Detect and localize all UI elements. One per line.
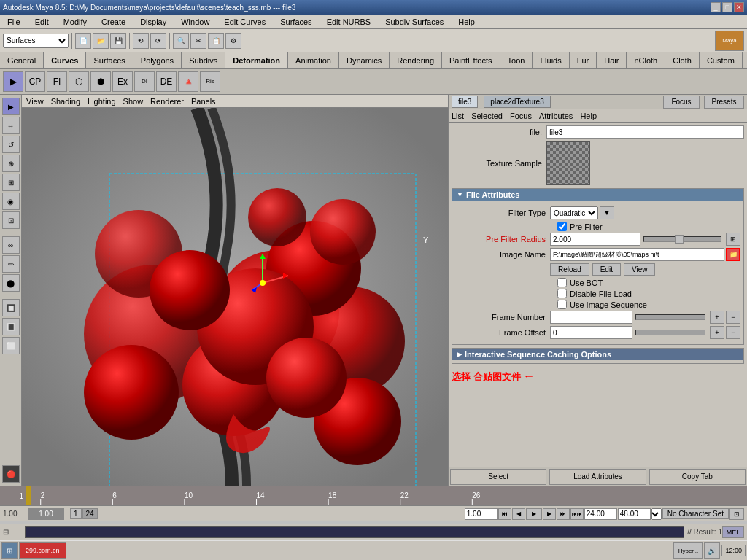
tool-scale[interactable]: ⊕ [2,155,20,172]
disable-file-load-checkbox[interactable] [557,289,567,298]
tab-polygons[interactable]: Polygons [133,52,182,68]
focus-button[interactable]: Focus [663,96,700,109]
frame-offset-input[interactable] [550,326,632,339]
pre-filter-radius-input[interactable] [550,233,640,246]
tab-cloth[interactable]: Cloth [665,52,700,68]
fn-slider-track[interactable] [635,314,706,320]
toolbar-btn-8[interactable]: 📋 [208,33,224,49]
tool-extrude[interactable]: Ex [112,71,133,92]
frame-offset-slider[interactable] [632,330,709,335]
tab-custom[interactable]: Custom [700,52,743,68]
tool-snap2[interactable]: 🔳 [2,318,20,335]
mode-select[interactable]: Surfaces [3,34,69,48]
frame-number-input[interactable] [550,311,632,324]
frame-offset-add-btn[interactable]: + [710,326,724,339]
auto-keyframe-btn[interactable]: ⊡ [729,508,744,520]
tab-surfaces[interactable]: Surfaces [86,52,133,68]
node-tab-place2d[interactable]: place2dTexture3 [484,96,550,108]
scene-area[interactable]: X Y Z [22,108,448,486]
tab-general[interactable]: General [0,52,44,68]
vp-menu-lighting[interactable]: Lighting [88,97,116,106]
tab-hair[interactable]: Hair [597,52,627,68]
ae-menu-list[interactable]: List [452,112,464,120]
tool-ris[interactable]: Ris [200,71,220,92]
menu-edit-nurbs[interactable]: Edit NURBS [322,16,376,28]
tool-4[interactable]: ⬢ [90,71,111,92]
tool-de[interactable]: DE [156,71,177,92]
tool-paint[interactable]: ✏ [2,255,20,273]
tool-fi[interactable]: FI [47,71,67,92]
vp-menu-show[interactable]: Show [123,97,144,106]
vp-menu-renderer[interactable]: Renderer [150,97,184,106]
view-button[interactable]: View [624,263,656,276]
tool-5[interactable]: 🔺 [178,71,198,92]
playback-prev-frame[interactable]: ◀ [512,508,525,520]
tool-cp[interactable]: CP [25,71,45,92]
command-input[interactable] [25,526,684,538]
pre-filter-radius-btn[interactable]: ⊞ [726,233,740,246]
tool-select[interactable]: ▶ [3,71,23,92]
playback-speed-select[interactable]: ▼ [651,508,662,520]
playback-go-end2[interactable]: ⏭⏭ [570,508,584,520]
menu-display[interactable]: Display [136,16,171,28]
end-time-field2[interactable]: 48.00 [618,508,651,520]
tab-subdivs[interactable]: Subdivs [182,52,225,68]
playback-controls[interactable]: 1.00 ⏮ ◀ ▶ ▶ ⏭ ⏭⏭ 24.00 48.00 ▼ No Chara… [465,508,744,520]
filter-type-select[interactable]: Quadratic [550,206,598,219]
frame-number-slider[interactable] [632,314,709,320]
file-attributes-header[interactable]: ▼ File Attributes [452,189,743,201]
frame-offset-sub-btn[interactable]: − [726,326,740,339]
script-type-btn[interactable]: MEL [722,526,744,538]
timeline-ruler[interactable]: 1 2 6 10 14 18 22 26 [0,486,747,505]
tab-animation[interactable]: Animation [288,52,339,68]
tab-fluids[interactable]: Fluids [533,52,569,68]
reload-button[interactable]: Reload [550,263,589,276]
use-image-sequence-checkbox[interactable] [557,300,567,309]
image-name-browse-btn[interactable]: 📁 [726,248,740,261]
tool-snap[interactable]: 🔲 [2,299,20,316]
ae-menu-focus[interactable]: Focus [510,112,532,120]
tab-ncloth[interactable]: nCloth [627,52,665,68]
tray-hyper[interactable]: Hyper... [673,542,703,559]
toolbar-btn-1[interactable]: 📄 [75,33,91,49]
playback-play[interactable]: ▶ [526,508,542,520]
use-bot-checkbox[interactable] [557,278,567,287]
copy-tab-button[interactable]: Copy Tab [649,469,746,485]
frame-number-add-btn[interactable]: + [710,311,724,324]
maximize-button[interactable]: □ [722,2,732,12]
tool-lasso[interactable]: ∞ [2,236,20,254]
toolbar-btn-9[interactable]: ⚙ [225,33,241,49]
menu-create[interactable]: Create [97,16,130,28]
load-attributes-button[interactable]: Load Attributes [549,469,646,485]
playback-go-start[interactable]: ⏮ [498,508,511,520]
tool-show-manipulator[interactable]: ⊡ [2,211,20,229]
vp-menu-shading[interactable]: Shading [51,97,80,106]
close-button[interactable]: ✕ [734,2,744,12]
playback-next-frame[interactable]: ▶ [543,508,556,520]
tool-rotate[interactable]: ↺ [2,136,20,153]
slider-track[interactable] [643,236,722,242]
ae-menu-attributes[interactable]: Attributes [539,112,573,120]
toolbar-btn-3[interactable]: 💾 [110,33,126,49]
toolbar-btn-6[interactable]: 🔍 [173,33,189,49]
toolbar-btn-5[interactable]: ⟳ [150,33,166,49]
node-tab-file3[interactable]: file3 [452,96,478,108]
menu-edit[interactable]: Edit [31,16,53,28]
window-controls[interactable]: _ □ ✕ [711,2,744,12]
toolbar-btn-7[interactable]: ✂ [190,33,206,49]
menu-file[interactable]: File [3,16,25,28]
tool-sculpt[interactable]: ⬤ [2,274,20,292]
tool-move[interactable]: ↔ [2,117,20,134]
edit-button[interactable]: Edit [592,263,621,276]
vp-menu-view[interactable]: View [26,97,44,106]
filter-type-extra-btn[interactable]: ▼ [600,206,614,219]
ae-menu-help[interactable]: Help [580,112,597,120]
frame-number-sub-btn[interactable]: − [726,311,740,324]
tool-snap3[interactable]: ⬜ [2,337,20,354]
menu-subdiv-surfaces[interactable]: Subdiv Surfaces [381,16,448,28]
select-button[interactable]: Select [450,469,546,485]
end-time-field[interactable]: 24.00 [584,508,617,520]
toolbar-btn-4[interactable]: ⟲ [133,33,149,49]
tab-toon[interactable]: Toon [500,52,533,68]
playback-go-end[interactable]: ⏭ [557,508,570,520]
